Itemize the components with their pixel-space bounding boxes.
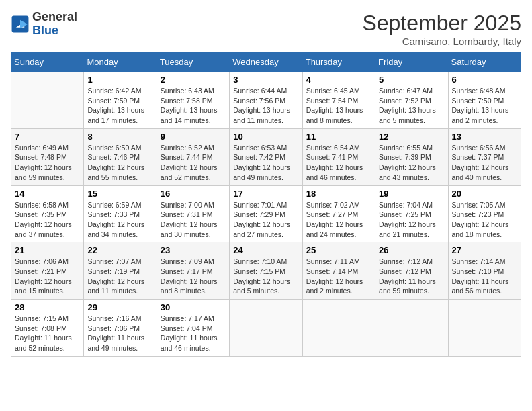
day-info: Sunrise: 7:09 AMSunset: 7:17 PMDaylight:… — [161, 257, 226, 296]
day-info: Sunrise: 7:04 AMSunset: 7:25 PMDaylight:… — [379, 200, 444, 240]
day-number: 23 — [161, 245, 226, 255]
day-info: Sunrise: 6:47 AMSunset: 7:52 PMDaylight:… — [379, 86, 444, 126]
day-number: 30 — [161, 302, 226, 312]
calendar-week-row: 1Sunrise: 6:42 AMSunset: 7:59 PMDaylight… — [11, 72, 521, 129]
calendar-cell — [11, 72, 84, 129]
weekday-header: Wednesday — [230, 53, 302, 72]
logo: General Blue — [11, 11, 77, 38]
calendar-cell: 11Sunrise: 6:54 AMSunset: 7:41 PMDayligh… — [302, 128, 375, 185]
logo-line2: Blue — [32, 24, 77, 38]
calendar-cell: 23Sunrise: 7:09 AMSunset: 7:17 PMDayligh… — [157, 242, 229, 300]
day-number: 22 — [87, 245, 152, 255]
calendar-cell: 8Sunrise: 6:50 AMSunset: 7:46 PMDaylight… — [84, 128, 157, 185]
calendar-table: SundayMondayTuesdayWednesdayThursdayFrid… — [11, 52, 521, 357]
weekday-header: Thursday — [302, 53, 375, 72]
day-number: 28 — [15, 302, 80, 312]
day-number: 15 — [87, 189, 152, 199]
day-info: Sunrise: 7:00 AMSunset: 7:31 PMDaylight:… — [161, 200, 226, 240]
day-info: Sunrise: 6:58 AMSunset: 7:35 PMDaylight:… — [15, 200, 80, 240]
day-number: 3 — [233, 75, 298, 85]
day-info: Sunrise: 6:56 AMSunset: 7:37 PMDaylight:… — [452, 143, 517, 183]
day-info: Sunrise: 7:07 AMSunset: 7:19 PMDaylight:… — [87, 257, 152, 296]
calendar-cell: 27Sunrise: 7:14 AMSunset: 7:10 PMDayligh… — [448, 242, 521, 300]
day-info: Sunrise: 7:12 AMSunset: 7:12 PMDaylight:… — [379, 257, 444, 296]
day-info: Sunrise: 7:01 AMSunset: 7:29 PMDaylight:… — [233, 200, 298, 240]
day-number: 29 — [87, 302, 152, 312]
day-info: Sunrise: 6:43 AMSunset: 7:58 PMDaylight:… — [161, 86, 226, 126]
weekday-header: Tuesday — [157, 53, 229, 72]
calendar-cell: 1Sunrise: 6:42 AMSunset: 7:59 PMDaylight… — [84, 72, 157, 129]
day-info: Sunrise: 6:45 AMSunset: 7:54 PMDaylight:… — [306, 86, 371, 126]
calendar-cell: 4Sunrise: 6:45 AMSunset: 7:54 PMDaylight… — [302, 72, 375, 129]
calendar-cell: 24Sunrise: 7:10 AMSunset: 7:15 PMDayligh… — [230, 242, 302, 300]
calendar-cell: 28Sunrise: 7:15 AMSunset: 7:08 PMDayligh… — [11, 300, 84, 357]
day-number: 10 — [233, 132, 298, 142]
day-info: Sunrise: 6:53 AMSunset: 7:42 PMDaylight:… — [233, 143, 298, 183]
calendar-cell — [375, 300, 448, 357]
day-info: Sunrise: 7:11 AMSunset: 7:14 PMDaylight:… — [306, 257, 371, 296]
calendar-cell: 16Sunrise: 7:00 AMSunset: 7:31 PMDayligh… — [157, 185, 229, 242]
page-header: General Blue September 2025 Camisano, Lo… — [11, 11, 521, 47]
day-number: 5 — [379, 75, 444, 85]
weekday-header: Friday — [375, 53, 448, 72]
weekday-header: Saturday — [448, 53, 521, 72]
title-block: September 2025 Camisano, Lombardy, Italy — [362, 11, 521, 47]
calendar-cell: 29Sunrise: 7:16 AMSunset: 7:06 PMDayligh… — [84, 300, 157, 357]
calendar-week-row: 21Sunrise: 7:06 AMSunset: 7:21 PMDayligh… — [11, 242, 521, 300]
day-info: Sunrise: 6:42 AMSunset: 7:59 PMDaylight:… — [87, 86, 152, 126]
logo-icon — [11, 15, 30, 34]
calendar-cell: 21Sunrise: 7:06 AMSunset: 7:21 PMDayligh… — [11, 242, 84, 300]
day-number: 13 — [452, 132, 517, 142]
calendar-cell: 10Sunrise: 6:53 AMSunset: 7:42 PMDayligh… — [230, 128, 302, 185]
day-info: Sunrise: 7:06 AMSunset: 7:21 PMDaylight:… — [15, 257, 80, 296]
calendar-cell: 13Sunrise: 6:56 AMSunset: 7:37 PMDayligh… — [448, 128, 521, 185]
day-info: Sunrise: 7:02 AMSunset: 7:27 PMDaylight:… — [306, 200, 371, 240]
day-info: Sunrise: 7:05 AMSunset: 7:23 PMDaylight:… — [452, 200, 517, 240]
calendar-week-row: 7Sunrise: 6:49 AMSunset: 7:48 PMDaylight… — [11, 128, 521, 185]
weekday-header: Monday — [84, 53, 157, 72]
day-number: 12 — [379, 132, 444, 142]
logo-line1: General — [32, 11, 77, 24]
day-number: 11 — [306, 132, 371, 142]
calendar-cell: 14Sunrise: 6:58 AMSunset: 7:35 PMDayligh… — [11, 185, 84, 242]
day-number: 1 — [87, 75, 152, 85]
calendar-cell — [448, 300, 521, 357]
day-number: 21 — [15, 245, 80, 255]
weekday-header: Sunday — [11, 53, 84, 72]
weekday-header-row: SundayMondayTuesdayWednesdayThursdayFrid… — [11, 53, 521, 72]
calendar-cell: 5Sunrise: 6:47 AMSunset: 7:52 PMDaylight… — [375, 72, 448, 129]
day-number: 20 — [452, 189, 517, 199]
day-number: 18 — [306, 189, 371, 199]
calendar-cell: 12Sunrise: 6:55 AMSunset: 7:39 PMDayligh… — [375, 128, 448, 185]
calendar-cell: 20Sunrise: 7:05 AMSunset: 7:23 PMDayligh… — [448, 185, 521, 242]
calendar-cell — [230, 300, 302, 357]
calendar-cell: 30Sunrise: 7:17 AMSunset: 7:04 PMDayligh… — [157, 300, 229, 357]
day-number: 17 — [233, 189, 298, 199]
day-info: Sunrise: 7:17 AMSunset: 7:04 PMDaylight:… — [161, 314, 226, 353]
day-info: Sunrise: 6:52 AMSunset: 7:44 PMDaylight:… — [161, 143, 226, 183]
calendar-cell: 2Sunrise: 6:43 AMSunset: 7:58 PMDaylight… — [157, 72, 229, 129]
day-number: 24 — [233, 245, 298, 255]
day-number: 6 — [452, 75, 517, 85]
calendar-cell: 18Sunrise: 7:02 AMSunset: 7:27 PMDayligh… — [302, 185, 375, 242]
calendar-cell: 25Sunrise: 7:11 AMSunset: 7:14 PMDayligh… — [302, 242, 375, 300]
day-number: 19 — [379, 189, 444, 199]
calendar-cell: 7Sunrise: 6:49 AMSunset: 7:48 PMDaylight… — [11, 128, 84, 185]
day-info: Sunrise: 6:50 AMSunset: 7:46 PMDaylight:… — [87, 143, 152, 183]
day-number: 4 — [306, 75, 371, 85]
day-number: 27 — [452, 245, 517, 255]
day-info: Sunrise: 7:16 AMSunset: 7:06 PMDaylight:… — [87, 314, 152, 353]
calendar-cell: 15Sunrise: 6:59 AMSunset: 7:33 PMDayligh… — [84, 185, 157, 242]
day-info: Sunrise: 7:15 AMSunset: 7:08 PMDaylight:… — [15, 314, 80, 353]
day-info: Sunrise: 6:59 AMSunset: 7:33 PMDaylight:… — [87, 200, 152, 240]
day-number: 25 — [306, 245, 371, 255]
calendar-cell: 9Sunrise: 6:52 AMSunset: 7:44 PMDaylight… — [157, 128, 229, 185]
calendar-cell: 3Sunrise: 6:44 AMSunset: 7:56 PMDaylight… — [230, 72, 302, 129]
month-title: September 2025 — [362, 11, 521, 36]
day-info: Sunrise: 6:48 AMSunset: 7:50 PMDaylight:… — [452, 86, 517, 126]
calendar-cell: 19Sunrise: 7:04 AMSunset: 7:25 PMDayligh… — [375, 185, 448, 242]
day-info: Sunrise: 7:10 AMSunset: 7:15 PMDaylight:… — [233, 257, 298, 296]
day-info: Sunrise: 6:49 AMSunset: 7:48 PMDaylight:… — [15, 143, 80, 183]
day-number: 7 — [15, 132, 80, 142]
day-number: 2 — [161, 75, 226, 85]
